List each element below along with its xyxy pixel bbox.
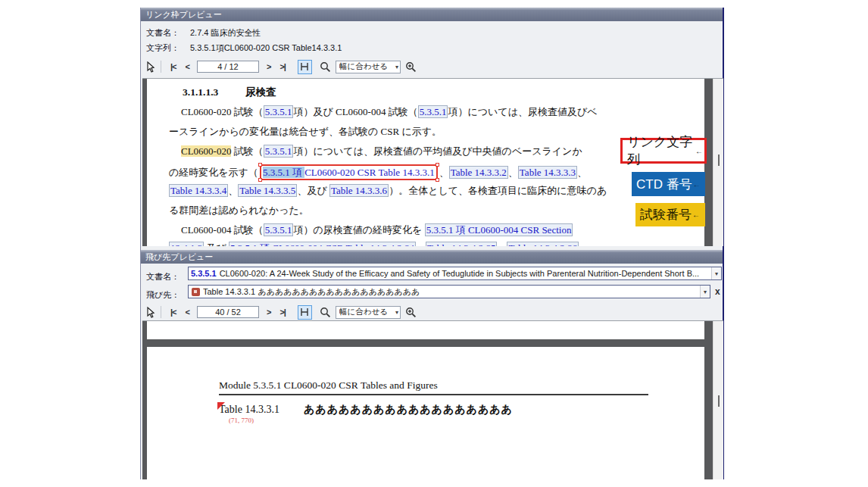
previous-page-bottom [147, 321, 704, 339]
inline-link[interactable]: Table 14.3.3.4 [169, 184, 228, 197]
inline-link[interactable]: 5.3.5.1 [418, 105, 448, 118]
selection-handle[interactable] [436, 163, 439, 167]
inline-link[interactable]: 5.3.5.1 [264, 105, 294, 118]
next-page-button[interactable]: > [267, 307, 270, 317]
docname-label: 文書名： [146, 28, 180, 37]
doc-text: ）。全体として、各検査項目に臨床的に意味のあ [389, 185, 607, 196]
study-number-highlight: CL0600-020 [181, 145, 231, 157]
inline-link[interactable]: Table 14.3.3.6 [329, 184, 389, 197]
doc-text: 項）については、尿検査値及びベ [448, 106, 597, 117]
zoom-level-select[interactable]: 幅に合わせる ▾ [336, 61, 401, 73]
string-label: 文字列： [146, 43, 180, 52]
bottom-scrollbar-thumb[interactable] [718, 395, 720, 407]
bottom-toolbar: |< < 40 / 52 > >| 幅に合わせる ▾ [141, 303, 723, 321]
selection-handle[interactable] [258, 163, 262, 167]
top-string-row: 文字列：5.3.5.1項CL0600-020 CSR Table14.3.3.1 [146, 40, 342, 54]
fit-width-button[interactable] [298, 60, 312, 74]
zoom-tool-icon[interactable] [320, 307, 331, 318]
toolbar-separator [161, 61, 161, 73]
doc-text: 項）及び CL0600-004 試験（ [293, 106, 417, 117]
page-number-input[interactable]: 40 / 52 [197, 306, 259, 318]
inline-link[interactable]: Table 14.3.4.2.86 [507, 242, 578, 246]
callout-arrow-icon: ← [692, 211, 700, 219]
inline-link[interactable]: Table 14.3.4.2.85 [426, 242, 497, 246]
first-page-button[interactable]: |< [170, 307, 176, 317]
doc-text: 、 [577, 167, 587, 178]
callout-ctd-label: CTD 番号 [636, 176, 692, 193]
callout-ctd-number: CTD 番号 ← [632, 172, 705, 196]
zoom-tool-icon[interactable] [320, 61, 331, 73]
doc-line: の経時変化を示す（5.3.5.1 項 CL0600-020 CSR Table … [169, 164, 587, 180]
destination-page: Module 5.3.5.1 CL0600-020 CSR Tables and… [147, 347, 704, 479]
link-preview-window: リンク枠プレビュー 文書名：2.7.4 臨床的安全性 文字列：5.3.5.1項C… [140, 8, 724, 479]
doc-text: 及び [204, 242, 229, 246]
bottom-dest-row: 飛び先： [146, 287, 180, 301]
inline-link[interactable]: 5.3.5.1 [264, 223, 294, 236]
first-page-button[interactable]: |< [170, 62, 176, 71]
top-toolbar: |< < 4 / 12 > >| 幅に合わせる ▾ [141, 58, 723, 76]
doc-text: 項）については、尿検査値の平均値及び中央値のベースラインか [293, 145, 582, 157]
select-tool-icon[interactable] [145, 307, 155, 318]
inline-link[interactable]: Table 14.3.3.5 [238, 184, 297, 197]
doc-line: CL0600-004 試験（5.3.5.1項）の尿検査値の経時変化を 5.3.5… [181, 223, 573, 236]
prev-page-button[interactable]: < [186, 62, 189, 71]
chevron-down-icon: ▾ [711, 267, 721, 279]
page-number-input[interactable]: 4 / 12 [197, 61, 259, 73]
table-caption: ああああああああああああああああああ [304, 403, 513, 417]
clear-destination-button[interactable]: x [715, 286, 720, 297]
selection-handle[interactable] [258, 178, 262, 182]
selection-handle[interactable] [436, 178, 439, 182]
inline-link[interactable]: Table 14.3.3.3 [518, 166, 577, 179]
screenshot-stage: リンク枠プレビュー 文書名：2.7.4 臨床的安全性 文字列：5.3.5.1項C… [0, 0, 868, 487]
fit-width-button[interactable] [298, 305, 312, 320]
heading-rule [219, 394, 648, 395]
ctd-number-highlight[interactable]: 5.3.5.1 項 [263, 167, 304, 178]
top-document-viewport[interactable]: 3.1.1.1.3尿検査CL0600-020 試験（5.3.5.1項）及び CL… [142, 78, 723, 246]
destination-select[interactable]: Table 14.3.3.1 あああああああああああああああああああ ▾ [188, 285, 710, 298]
inline-link[interactable]: 5.3.5.1 項 CL0600-004 CSR Table 14.3.4.2.… [229, 242, 416, 246]
doc-text: 、 [497, 242, 507, 246]
doc-text: 、 [579, 242, 589, 246]
doc-text: CL0600-020 試験（ [181, 106, 264, 117]
doc-heading: 尿検査 [245, 86, 276, 98]
inline-link[interactable]: Table 14.3.3.2 [449, 166, 508, 179]
doc-line: CL0600-020 試験（5.3.5.1項）及び CL0600-004 試験（… [181, 105, 598, 118]
destination-label: 飛び先： [146, 290, 180, 299]
doc-text: 、 [416, 242, 426, 246]
selected-link-label[interactable]: CL0600-020 CSR Table 14.3.3.1 [304, 167, 434, 178]
bottom-docname-row: 文書名： [146, 269, 180, 283]
doc-text: 、 [439, 167, 449, 178]
doc-text: る群間差は認められなかった。 [169, 204, 309, 216]
bottom-scrollbar[interactable] [713, 321, 723, 479]
inline-link[interactable]: 5.3.5.1 [264, 145, 294, 158]
callout-link-text-label: リンク文字列 [627, 133, 695, 168]
callout-study-number: 試験番号 ← [635, 203, 705, 226]
bottom-panel-title: 飛び先プレビュー [145, 252, 213, 261]
toolbar-separator [161, 306, 161, 318]
select-tool-icon[interactable] [145, 61, 155, 73]
top-panel-titlebar: リンク枠プレビュー [141, 8, 723, 21]
destination-marker-icon [217, 402, 225, 410]
destination-value: Table 14.3.3.1 あああああああああああああああああああ [203, 286, 420, 298]
chevron-down-icon: ▾ [700, 286, 710, 298]
doc-text: CL0600-004 試験（ [181, 224, 264, 236]
selected-link-frame[interactable]: 5.3.5.1 項 CL0600-020 CSR Table 14.3.3.1 [260, 164, 438, 180]
inline-link[interactable]: 12.4.1.3 [169, 242, 204, 246]
table-reference: Table 14.3.3.1 [219, 404, 279, 416]
destination-document-select[interactable]: 5.3.5.1 CL0600-020: A 24-Week Study of t… [188, 267, 722, 280]
doc-text: ースラインからの変化量は統合せず、各試験の CSR に示す。 [169, 126, 442, 137]
doc-line: Table 14.3.3.4、Table 14.3.3.5、及び Table 1… [169, 184, 607, 197]
destination-document-viewport[interactable]: Module 5.3.5.1 CL0600-020 CSR Tables and… [142, 320, 723, 479]
top-panel-title: リンク枠プレビュー [145, 10, 222, 19]
next-page-button[interactable]: > [267, 62, 270, 71]
zoom-level-select[interactable]: 幅に合わせる ▾ [336, 306, 401, 319]
prev-page-button[interactable]: < [186, 307, 189, 317]
doc-line: ースラインからの変化量は統合せず、各試験の CSR に示す。 [169, 125, 442, 138]
inline-link[interactable]: 5.3.5.1 項 CL0600-004 CSR Section [425, 223, 573, 236]
last-page-button[interactable]: >| [279, 62, 286, 71]
last-page-button[interactable]: >| [279, 307, 286, 317]
module-heading: Module 5.3.5.1 CL0600-020 CSR Tables and… [219, 379, 438, 392]
zoom-in-icon[interactable] [405, 307, 417, 318]
zoom-in-icon[interactable] [405, 61, 417, 73]
doc-text: の経時変化を示す（ [169, 167, 258, 178]
